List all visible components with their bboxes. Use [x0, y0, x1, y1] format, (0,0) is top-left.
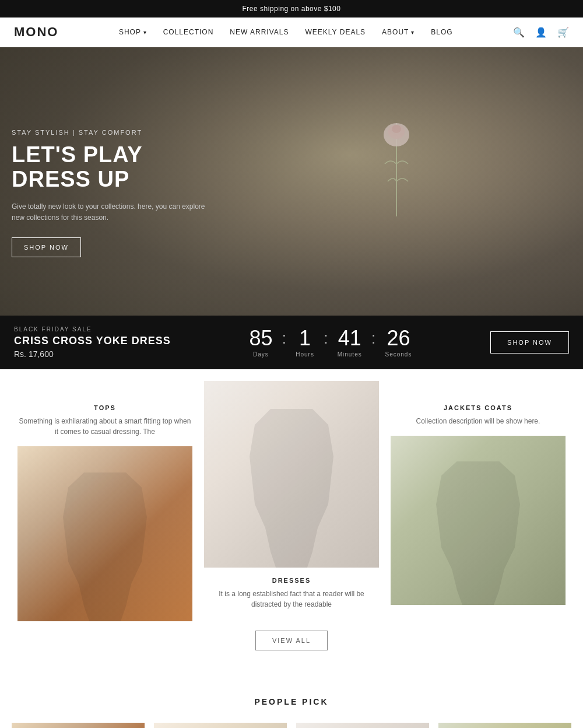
hero-title: LET'S PLAY DRESS UP: [12, 143, 210, 192]
bf-colon-3: :: [371, 329, 376, 348]
people-pick-section: PEOPLE PICK →: [0, 674, 583, 728]
bf-colon-1: :: [282, 329, 286, 348]
svg-point-3: [392, 125, 401, 133]
black-friday-banner: BLACK FRIDAY SALE CRISS CROSS YOKE DRESS…: [0, 316, 583, 369]
bf-hours-label: Hours: [296, 351, 314, 358]
hero-subtitle: STAY STYLISH | STAY COMFORT: [12, 129, 210, 136]
nav-icons: 🔍 👤 🛒: [513, 27, 569, 38]
tops-title: TOPS: [17, 404, 192, 411]
announcement-bar: Free shipping on above $100: [0, 0, 583, 18]
bf-seconds: 26 Seconds: [385, 328, 412, 358]
pick-image-3: [296, 723, 429, 728]
announcement-text: Free shipping on above $100: [243, 5, 341, 13]
bf-minutes-value: 41: [338, 328, 362, 349]
collections-grid: TOPS Something is exhilarating about a s…: [12, 404, 571, 650]
logo[interactable]: MONO: [14, 24, 58, 40]
people-pick-title: PEOPLE PICK: [12, 697, 571, 706]
collections-section: TOPS Something is exhilarating about a s…: [0, 369, 583, 674]
hero-shop-now-button[interactable]: SHOP NOW: [12, 237, 81, 257]
nav-item-blog[interactable]: BLOG: [431, 28, 452, 36]
people-pick-grid: →: [12, 723, 571, 728]
bf-info: BLACK FRIDAY SALE CRISS CROSS YOKE DRESS…: [14, 326, 171, 359]
bf-hours: 1 Hours: [296, 328, 314, 358]
jackets-title: JACKETS COATS: [391, 404, 566, 411]
tops-description: Something is exhilarating about a smart …: [17, 416, 192, 437]
main-nav: SHOP COLLECTION NEW ARRIVALS WEEKLY DEAL…: [119, 28, 453, 36]
collection-dresses: DRESSES It is a long established fact th…: [198, 381, 385, 650]
bf-days-value: 85: [249, 328, 272, 349]
site-header: MONO SHOP COLLECTION NEW ARRIVALS WEEKLY…: [0, 18, 583, 47]
pick-image-1: [12, 723, 145, 728]
dresses-figure: [239, 409, 344, 568]
collection-jackets: JACKETS COATS Collection description wil…: [385, 404, 571, 605]
pick-item-3[interactable]: [296, 723, 429, 728]
pick-item-2[interactable]: [154, 723, 287, 728]
bf-seconds-value: 26: [385, 328, 412, 349]
jackets-description: Collection description will be show here…: [391, 416, 566, 426]
bf-tag: BLACK FRIDAY SALE: [14, 326, 171, 332]
hero-section: STAY STYLISH | STAY COMFORT LET'S PLAY D…: [0, 47, 583, 316]
bf-days: 85 Days: [249, 328, 272, 358]
cart-icon[interactable]: 🛒: [557, 27, 569, 38]
account-icon[interactable]: 👤: [535, 27, 547, 38]
dresses-image[interactable]: [204, 381, 379, 568]
jackets-image[interactable]: [391, 436, 566, 605]
jackets-figure: [426, 461, 531, 606]
pick-item-4[interactable]: [438, 723, 571, 728]
tops-figure: [52, 473, 157, 621]
bf-seconds-label: Seconds: [385, 351, 412, 358]
bf-hours-value: 1: [296, 328, 314, 349]
hero-content: STAY STYLISH | STAY COMFORT LET'S PLAY D…: [12, 129, 210, 257]
bf-countdown: 85 Days : 1 Hours : 41 Minutes : 26 Seco…: [194, 328, 467, 358]
bf-minutes-label: Minutes: [338, 351, 362, 358]
tops-image[interactable]: [17, 446, 192, 621]
bf-title: CRISS CROSS YOKE DRESS: [14, 335, 171, 347]
bf-price: Rs. 17,600: [14, 349, 171, 359]
pick-item-1[interactable]: [12, 723, 145, 728]
collection-tops: TOPS Something is exhilarating about a s…: [12, 404, 198, 621]
dresses-title: DRESSES: [204, 577, 379, 584]
bf-colon-2: :: [324, 329, 328, 348]
rose-decoration: [373, 117, 420, 222]
pick-image-2: [154, 723, 287, 728]
nav-item-new-arrivals[interactable]: NEW ARRIVALS: [230, 28, 289, 36]
bf-days-label: Days: [249, 351, 272, 358]
nav-item-about[interactable]: ABOUT: [382, 28, 415, 36]
nav-item-collection[interactable]: COLLECTION: [163, 28, 214, 36]
bf-minutes: 41 Minutes: [338, 328, 362, 358]
search-icon[interactable]: 🔍: [513, 27, 525, 38]
bf-shop-now-button[interactable]: SHOP NOW: [490, 331, 569, 354]
view-all-button[interactable]: VIEW ALL: [255, 631, 328, 650]
dresses-description: It is a long established fact that a rea…: [204, 589, 379, 610]
pick-image-4: [438, 723, 571, 728]
hero-description: Give totally new look to your collection…: [12, 201, 210, 223]
nav-item-shop[interactable]: SHOP: [119, 28, 147, 36]
nav-item-weekly-deals[interactable]: WEEKLY DEALS: [305, 28, 366, 36]
